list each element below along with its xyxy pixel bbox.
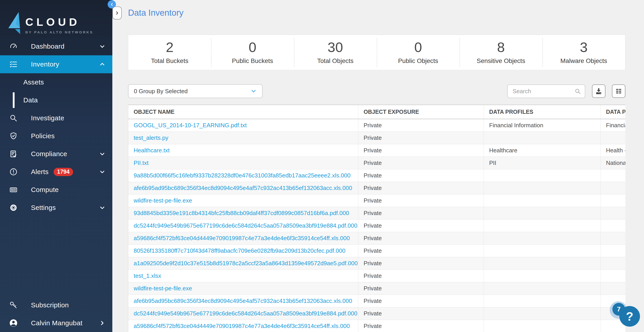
object-exposure-cell: Private: [358, 169, 484, 182]
stat-label: Total Objects: [317, 57, 354, 64]
data-profiles-cell: [484, 282, 600, 295]
search-input[interactable]: [508, 88, 574, 95]
column-header-data-patterns[interactable]: DATA P: [600, 105, 626, 119]
object-exposure-cell: Private: [358, 144, 484, 157]
object-exposure-cell: Private: [358, 270, 484, 282]
table-row[interactable]: afe6b95ad95bc689c356f34ec8d9094c495e4af5…: [128, 295, 626, 307]
data-patterns-cell: [600, 194, 626, 207]
sidebar-item-label: Compute: [31, 186, 59, 194]
stat-value: 8: [497, 40, 505, 54]
sidebar-item-label: Calvin Mangubat: [31, 319, 82, 327]
table-row[interactable]: 93d8845bd3359e191c8b4314bfc25fb88cb09daf…: [128, 207, 626, 219]
sidebar-item-settings[interactable]: Settings: [0, 199, 112, 217]
column-settings-button[interactable]: [612, 84, 626, 98]
sidebar-item-user[interactable]: Calvin Mangubat: [0, 314, 112, 332]
object-name-link[interactable]: a1a092505de9f2d10c37e515b8d51978c2a5ccf2…: [134, 260, 358, 267]
sidebar-item-label: Alerts: [31, 168, 49, 176]
download-icon: [595, 88, 602, 95]
data-patterns-cell: [600, 270, 626, 282]
column-header-object-exposure[interactable]: OBJECT EXPOSURE: [358, 105, 484, 119]
download-button[interactable]: [592, 84, 606, 98]
stat-tile: 30 Total Objects: [294, 35, 377, 70]
object-name-link[interactable]: a59686cf4f572bf63ce04d4449e709019987c4e7…: [134, 235, 350, 242]
sidebar-item-label: Inventory: [31, 60, 59, 68]
object-name-link[interactable]: PII.txt: [134, 159, 148, 166]
object-name-link[interactable]: 9a88b5d00f66f5c16febf9337b282328df0e476c…: [134, 172, 350, 179]
sidebar-item-compliance[interactable]: Compliance: [0, 145, 112, 163]
stat-tile: 2 Total Buckets: [128, 35, 211, 70]
object-name-link[interactable]: Healthcare.txt: [134, 147, 170, 154]
sidebar-item-subscription[interactable]: Subscription: [0, 296, 112, 314]
sidebar-item-investigate[interactable]: Investigate: [0, 109, 112, 127]
table-row[interactable]: GOOGL_US_2014-10-17_EARNING.pdf.txt Priv…: [128, 119, 626, 131]
stat-label: Public Objects: [398, 57, 438, 64]
stat-value: 0: [414, 40, 422, 54]
search-icon: [574, 88, 581, 95]
sidebar: CLOUD BY PALO ALTO NETWORKS Dashboard In…: [0, 0, 112, 332]
sidebar-item-alerts[interactable]: Alerts 1794: [0, 163, 112, 181]
table-row[interactable]: dc5244fc949e549b9675e677199c6de6c584d264…: [128, 219, 626, 232]
sidebar-footer: Subscription Calvin Mangubat: [0, 296, 112, 332]
object-exposure-cell: Private: [358, 207, 484, 219]
table-row[interactable]: test_alerts.py Private: [128, 131, 626, 144]
stat-tile: 8 Sensitive Objects: [460, 35, 542, 70]
object-name-link[interactable]: afe6b95ad95bc689c356f34ec8d9094c495e4af5…: [134, 185, 352, 191]
stat-tile: 0 Public Buckets: [211, 35, 294, 70]
table-row[interactable]: wildfire-test-pe-file.exe Private: [128, 282, 626, 295]
sidebar-item-assets[interactable]: Assets: [0, 73, 112, 91]
table-row[interactable]: PII.txt Private PII Nationa: [128, 157, 626, 169]
chevron-down-icon: [99, 151, 106, 157]
prisma-logo-icon: [8, 12, 21, 34]
data-patterns-cell: [600, 244, 626, 257]
table-row[interactable]: wildfire-test-pe-file.exe Private: [128, 194, 626, 207]
table-row[interactable]: a1a092505de9f2d10c37e515b8d51978c2a5ccf2…: [128, 257, 626, 270]
object-exposure-cell: Private: [358, 307, 484, 320]
object-name-link[interactable]: afe6b95ad95bc689c356f34ec8d9094c495e4af5…: [134, 298, 352, 304]
sidebar-item-policies[interactable]: Policies: [0, 127, 112, 145]
object-exposure-cell: Private: [358, 282, 484, 295]
object-name-link[interactable]: a59686cf4f572bf63ce04d4449e709019987c4e7…: [134, 323, 350, 329]
data-profiles-cell: [484, 307, 600, 320]
table-row[interactable]: a59686cf4f572bf63ce04d4449e709019987c4e7…: [128, 232, 626, 244]
group-by-dropdown[interactable]: 0 Group By Selected: [128, 84, 262, 98]
table-row[interactable]: test_1.xlsx Private: [128, 270, 626, 282]
object-name-link[interactable]: GOOGL_US_2014-10-17_EARNING.pdf.txt: [134, 122, 247, 129]
sidebar-expand-button[interactable]: [112, 6, 122, 19]
table-row[interactable]: 80526f1335180ff7c710f43d478ff9abacfc709e…: [128, 244, 626, 257]
table-row[interactable]: a59686cf4f572bf63ce04d4449e709019987c4e7…: [128, 320, 626, 332]
data-profiles-cell: PII: [484, 157, 600, 169]
sidebar-item-dashboard[interactable]: Dashboard: [0, 37, 112, 55]
stat-value: 2: [166, 40, 173, 54]
table-row[interactable]: Healthcare.txt Private Healthcare Health…: [128, 144, 626, 157]
help-button[interactable]: ?: [619, 306, 640, 327]
object-name-link[interactable]: 93d8845bd3359e191c8b4314bfc25fb88cb09daf…: [134, 210, 349, 216]
object-name-link[interactable]: test_1.xlsx: [134, 272, 161, 279]
data-profiles-cell: [484, 295, 600, 307]
page-title: Data Inventory: [128, 8, 184, 18]
data-profiles-cell: [484, 219, 600, 232]
chevron-down-icon: [99, 204, 106, 211]
object-name-link[interactable]: wildfire-test-pe-file.exe: [134, 197, 192, 204]
object-name-link[interactable]: dc5244fc949e549b9675e677199c6de6c584d264…: [134, 310, 358, 317]
table-row[interactable]: afe6b95ad95bc689c356f34ec8d9094c495e4af5…: [128, 182, 626, 194]
table-header-row: OBJECT NAME OBJECT EXPOSURE DATA PROFILE…: [128, 105, 626, 119]
object-name-link[interactable]: wildfire-test-pe-file.exe: [134, 285, 192, 292]
data-profiles-cell: [484, 244, 600, 257]
object-exposure-cell: Private: [358, 232, 484, 244]
sidebar-item-label: Compliance: [31, 150, 67, 158]
sidebar-item-inventory[interactable]: Inventory: [0, 55, 112, 73]
column-header-object-name[interactable]: OBJECT NAME: [128, 105, 358, 119]
data-profiles-cell: [484, 169, 600, 182]
table-row[interactable]: 9a88b5d00f66f5c16febf9337b282328df0e476c…: [128, 169, 626, 182]
object-exposure-cell: Private: [358, 219, 484, 232]
table-row[interactable]: dc5244fc949e549b9675e677199c6de6c584d264…: [128, 307, 626, 320]
object-name-link[interactable]: 80526f1335180ff7c710f43d478ff9abacfc709e…: [134, 247, 346, 254]
chevron-down-icon: [99, 168, 106, 175]
sidebar-item-compute[interactable]: Compute: [0, 181, 112, 199]
object-name-link[interactable]: dc5244fc949e549b9675e677199c6de6c584d264…: [134, 222, 358, 229]
object-name-link[interactable]: test_alerts.py: [134, 134, 168, 141]
object-exposure-cell: Private: [358, 257, 484, 270]
object-exposure-cell: Private: [358, 320, 484, 332]
sidebar-item-data[interactable]: Data: [0, 91, 112, 109]
column-header-data-profiles[interactable]: DATA PROFILES: [484, 105, 600, 119]
